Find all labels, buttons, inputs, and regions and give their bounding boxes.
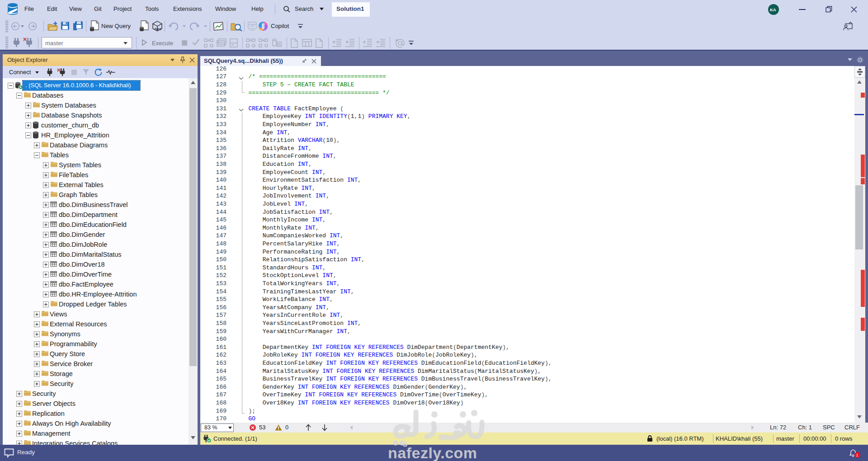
svg-text:DAX: DAX — [155, 28, 161, 31]
